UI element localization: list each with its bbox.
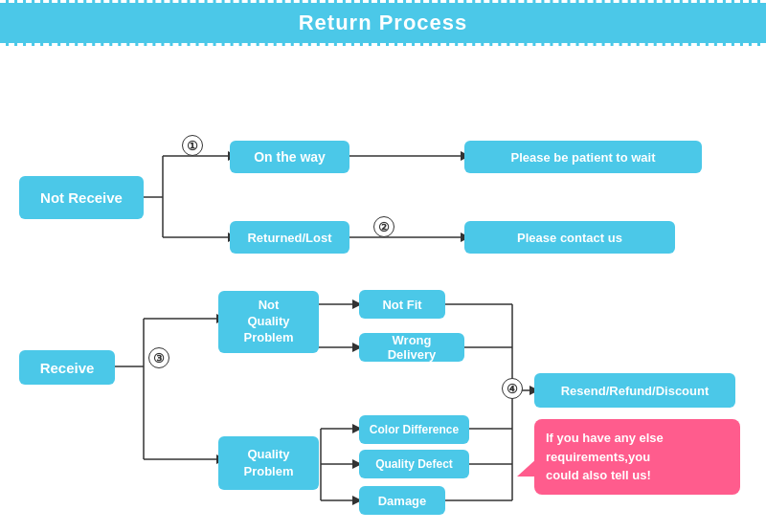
damage-button: Damage <box>359 486 445 515</box>
returned-lost-button: Returned/Lost <box>230 221 349 254</box>
circle-1: ① <box>182 135 203 156</box>
circle-4: ④ <box>502 378 523 399</box>
quality-defect-button: Quality Defect <box>359 450 469 478</box>
speech-bubble: If you have any else requirements,you co… <box>534 419 740 495</box>
not-fit-button: Not Fit <box>359 290 445 319</box>
header-title: Return Process <box>299 11 468 34</box>
wrong-delivery-button: Wrong Delivery <box>359 333 464 362</box>
color-difference-button: Color Difference <box>359 415 469 444</box>
header: Return Process <box>0 0 766 46</box>
quality-problem-button: Quality Problem <box>218 436 319 490</box>
circle-2: ② <box>373 216 394 237</box>
resend-refund-button: Resend/Refund/Discount <box>534 373 735 408</box>
not-receive-button: Not Receive <box>19 176 144 219</box>
content-area: Not Receive On the way Returned/Lost Ple… <box>0 46 766 532</box>
please-contact-button: Please contact us <box>464 221 675 254</box>
on-the-way-button: On the way <box>230 141 349 173</box>
circle-3: ③ <box>148 347 169 368</box>
not-quality-problem-button: Not Quality Problem <box>218 291 319 353</box>
please-wait-button: Please be patient to wait <box>464 141 702 173</box>
receive-button: Receive <box>19 350 115 385</box>
